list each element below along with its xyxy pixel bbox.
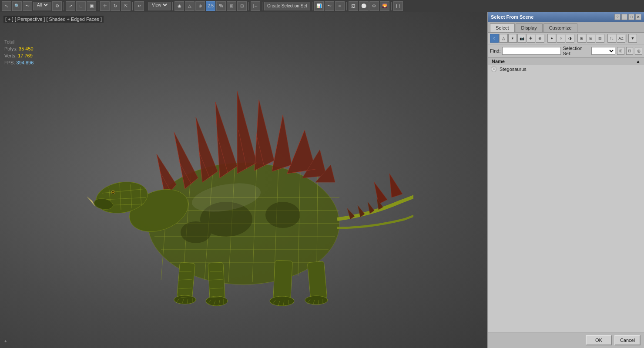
- align-btn[interactable]: |←: [251, 1, 260, 11]
- svg-point-16: [265, 202, 300, 228]
- selection-set-label: Selection Set:: [563, 46, 590, 56]
- viewport[interactable]: [ + ] [ Perspective ] [ Shaded + Edged F…: [0, 12, 487, 348]
- material-editor-btn[interactable]: ⚪: [359, 1, 369, 11]
- list-item-stegosaurus[interactable]: Stegosaurus: [488, 65, 644, 73]
- filter-settings-btn[interactable]: ⚙: [52, 1, 62, 11]
- filter-btn3[interactable]: ⊞: [577, 34, 586, 43]
- view-dropdown[interactable]: View: [148, 2, 171, 10]
- find-input[interactable]: [502, 47, 561, 55]
- tab-select[interactable]: Select: [490, 23, 515, 32]
- view-select[interactable]: View: [150, 2, 168, 8]
- snap2-btn[interactable]: △: [185, 1, 195, 11]
- environment-btn[interactable]: 🌄: [380, 1, 389, 11]
- curve-editor-btn[interactable]: 〜: [325, 1, 334, 11]
- sel-set-btn2[interactable]: ⊟: [626, 47, 634, 55]
- dialog-minimize-btn[interactable]: _: [621, 14, 627, 20]
- dino-container: [0, 34, 487, 348]
- scripting-btn[interactable]: { }: [393, 1, 403, 11]
- svg-rect-77: [307, 261, 327, 300]
- icon-sep4: [627, 34, 627, 42]
- filter-dropdown[interactable]: All: [33, 2, 51, 10]
- dialog-close-btn[interactable]: ✕: [635, 14, 641, 20]
- snap-btn[interactable]: ◉: [174, 1, 184, 11]
- rotate-btn[interactable]: ↻: [111, 1, 120, 11]
- dialog-title: Select From Scene: [491, 14, 533, 20]
- sep1: [64, 2, 64, 10]
- svg-point-76: [270, 296, 294, 306]
- dialog-item-list[interactable]: Stegosaurus: [488, 65, 644, 332]
- svg-marker-61: [374, 182, 387, 204]
- sep3: [132, 2, 133, 10]
- main-area: [ + ] [ Perspective ] [ Shaded + Edged F…: [0, 12, 644, 348]
- sep9: [346, 2, 347, 10]
- cancel-button[interactable]: Cancel: [614, 335, 641, 345]
- lasso-tool-btn[interactable]: 〜: [23, 1, 32, 11]
- select-by-name-btn[interactable]: 🔍: [12, 1, 22, 11]
- dialog-maximize-btn[interactable]: □: [628, 14, 634, 20]
- scale-btn[interactable]: ⇱: [121, 1, 131, 11]
- filter-btn5[interactable]: ⊠: [596, 34, 604, 43]
- sel-set-btn1[interactable]: ⊞: [617, 47, 624, 55]
- filter-all-btn[interactable]: ●: [547, 34, 556, 43]
- percent2-btn[interactable]: %: [216, 1, 226, 11]
- sep4: [146, 2, 146, 10]
- dope-sheet-btn[interactable]: ≡: [335, 1, 345, 11]
- sort-btn2[interactable]: AZ: [617, 34, 625, 43]
- filter-camera-btn[interactable]: 📷: [517, 34, 526, 43]
- tab-customize[interactable]: Customize: [543, 23, 577, 32]
- select-from-scene-dialog: Select From Scene ? _ □ ✕ Select Display…: [487, 12, 644, 348]
- select-object-btn[interactable]: ↗: [66, 1, 75, 11]
- dialog-name-header: Name ▲: [488, 58, 644, 65]
- svg-marker-62: [389, 174, 402, 197]
- move-btn[interactable]: ✛: [100, 1, 110, 11]
- filter-helper-btn[interactable]: ✚: [527, 34, 535, 43]
- filter-invert-btn[interactable]: ◑: [566, 34, 574, 43]
- mirror-btn[interactable]: ⊟: [237, 1, 247, 11]
- render-btn[interactable]: 🖼: [349, 1, 358, 11]
- sort-arrow: ▲: [636, 59, 641, 64]
- sep8: [312, 2, 312, 10]
- dialog-find-row: Find: Selection Set: ⊞ ⊟ ◎: [488, 44, 644, 58]
- sort-btn1[interactable]: ↑↓: [607, 34, 616, 43]
- icon-sep2: [576, 34, 576, 42]
- dialog-title-buttons: ? _ □ ✕: [614, 14, 641, 20]
- filter-select[interactable]: All: [35, 2, 49, 8]
- tab-display[interactable]: Display: [516, 23, 543, 32]
- icon-sep3: [606, 34, 606, 42]
- ok-button[interactable]: OK: [586, 335, 612, 345]
- sep6: [248, 2, 249, 10]
- sep2: [98, 2, 98, 10]
- find-label: Find:: [490, 48, 500, 54]
- filter-shape-btn[interactable]: △: [499, 34, 508, 43]
- svg-marker-22: [237, 91, 257, 174]
- filter-geometry-btn[interactable]: ○: [490, 34, 499, 43]
- render-setup-btn[interactable]: ⚙: [369, 1, 379, 11]
- select-tool-btn[interactable]: ↖: [2, 1, 11, 11]
- graph-editor-btn[interactable]: 📊: [314, 1, 324, 11]
- snap3-btn[interactable]: ⊕: [195, 1, 205, 11]
- svg-marker-99: [87, 197, 95, 206]
- svg-point-78: [305, 296, 328, 304]
- selection-set-dropdown[interactable]: [591, 47, 615, 55]
- svg-marker-24: [272, 115, 292, 171]
- select-region-btn[interactable]: □: [76, 1, 86, 11]
- svg-point-60: [112, 191, 114, 193]
- svg-marker-23: [255, 100, 274, 171]
- filter-none-btn[interactable]: ○: [557, 34, 565, 43]
- svg-rect-75: [273, 260, 293, 300]
- filter-light-btn[interactable]: ☀: [508, 34, 517, 43]
- create-selection-btn[interactable]: Create Selection Set: [264, 2, 310, 10]
- percent-btn[interactable]: 2.5: [206, 1, 215, 11]
- spinner-btn[interactable]: ⊞: [227, 1, 236, 11]
- undo-btn[interactable]: ↩: [134, 1, 144, 11]
- filter-spacewarp-btn[interactable]: ⊕: [536, 34, 544, 43]
- dialog-bottom-buttons: OK Cancel: [488, 332, 644, 348]
- filter-btn4[interactable]: ⊟: [587, 34, 595, 43]
- sel-set-btn3[interactable]: ◎: [635, 47, 642, 55]
- dialog-help-btn[interactable]: ?: [614, 14, 621, 20]
- svg-point-17: [181, 221, 211, 243]
- svg-rect-65: [208, 262, 225, 300]
- options-btn[interactable]: ▼: [628, 34, 637, 43]
- window-crossing-btn[interactable]: ▣: [87, 1, 96, 11]
- sep5: [172, 2, 173, 10]
